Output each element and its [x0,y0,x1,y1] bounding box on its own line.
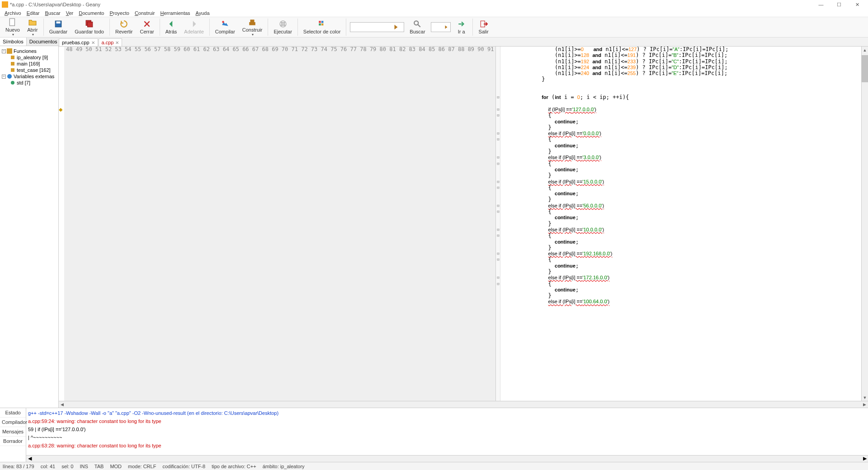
tree-fn-item[interactable]: main [169] [1,61,57,67]
svg-point-11 [281,24,282,25]
app-icon [2,1,8,8]
svg-point-8 [280,21,286,27]
close-button[interactable]: ✕ [848,0,866,9]
close-tab-icon[interactable]: ✕ [91,40,95,45]
run-button[interactable]: Ejecutar [270,19,295,35]
compiler-line[interactable]: a.cpp:63:28: warning: character constant… [28,442,866,450]
toolbar: Nuevo▾ Abrir▾ Guardar Guardar todo Rever… [0,17,868,38]
menu-buscar[interactable]: Buscar [42,10,63,16]
search-field[interactable] [350,22,404,32]
menu-ver[interactable]: Ver [63,10,76,16]
new-label: Nuevo [5,27,20,33]
code-editor[interactable]: (n1[i]>=0 and n1[i]<=127) ? IPc[i]="A":I… [500,47,861,401]
compile-button[interactable]: Compilar [212,19,239,35]
revert-label: Revertir [115,29,133,34]
title-bar: *a.cpp - C:\Users\apvar\Desktop - Geany … [0,0,868,9]
sidebar-tab-documents[interactable]: Documentos [27,38,61,46]
sidebar-tab-symbols[interactable]: Símbolos [0,38,27,46]
maximize-button[interactable]: ☐ [830,0,848,9]
bottom-tab-borrador[interactable]: Borrador [0,437,26,446]
close-file-label: Cerrar [140,29,154,34]
status-encoding: codificación: UTF-8 [162,464,205,469]
bottom-panel: EstadoCompiladorMensajesBorrador g++ -st… [0,408,868,462]
goto-input[interactable] [433,24,444,30]
compiler-line[interactable]: 59 | if (IPs[i] =='127.0.0.0') [28,425,866,433]
build-button[interactable]: Construir▾ [239,17,266,38]
save-all-button[interactable]: Guardar todo [71,19,108,35]
compiler-line[interactable]: a.cpp:59:24: warning: character constant… [28,417,866,425]
status-ins: INS [80,464,88,469]
editor-tab[interactable]: pruebas.cpp✕ [59,38,98,46]
status-line: línea: 83 / 179 [3,464,34,469]
search-button[interactable]: Buscar [406,19,429,35]
status-sel: sel: 0 [61,464,73,469]
editor-tab[interactable]: a.cpp✕ [99,38,123,46]
menu-editar[interactable]: Editar [24,10,42,16]
tree-var-item[interactable]: std [7] [1,80,57,86]
status-col: col: 41 [41,464,55,469]
exit-button[interactable]: Salir [475,19,493,35]
compiler-line[interactable]: g++ -std=c++17 -Wshadow -Wall -o "a" "a.… [28,409,866,417]
menu-construir[interactable]: Construir [132,10,158,16]
status-mod: MOD [110,464,122,469]
svg-point-21 [11,81,14,85]
tree-fn-item[interactable]: test_case [162] [1,67,57,73]
symbol-tree[interactable]: −Funciones ip_aleatory [9]main [169]test… [0,46,58,408]
menu-archivo[interactable]: Archivo [2,10,24,16]
minimize-button[interactable]: — [812,0,830,9]
revert-button[interactable]: Revertir [112,19,137,35]
tree-variables[interactable]: −Variables externas [1,73,57,80]
menu-herramientas[interactable]: Herramientas [158,10,193,16]
close-tab-icon[interactable]: ✕ [115,40,119,45]
horizontal-scrollbar[interactable]: ◀▶ [59,401,868,408]
exit-label: Salir [479,29,489,34]
open-button[interactable]: Abrir▾ [24,17,42,38]
svg-rect-15 [319,24,321,26]
bottom-scrollbar[interactable]: ◀▶ [26,455,868,462]
status-scope: ámbito: ip_aleatory [263,464,305,469]
goto-field[interactable] [431,22,451,32]
forward-label: Adelante [184,29,203,34]
save-all-label: Guardar todo [75,29,104,34]
bottom-tab-estado[interactable]: Estado [0,408,26,418]
tree-fn-item[interactable]: ip_aleatory [9] [1,54,57,61]
back-button[interactable]: Atrás [162,19,181,35]
sidebar: Símbolos Documentos −Funciones ip_aleato… [0,38,59,408]
svg-rect-14 [321,21,324,23]
svg-point-9 [281,23,282,24]
svg-point-20 [7,74,12,79]
menu-documento[interactable]: Documento [76,10,107,16]
bottom-tab-compilador[interactable]: Compilador [0,418,26,427]
menu-ayuda[interactable]: Ayuda [193,10,212,16]
svg-rect-6 [249,22,255,25]
status-filetype: tipo de archivo: C++ [212,464,256,469]
window-title: *a.cpp - C:\Users\apvar\Desktop - Geany [10,2,100,7]
run-label: Ejecutar [274,29,292,34]
color-selector-label: Selector de color [303,29,341,34]
svg-rect-0 [9,19,14,26]
tree-functions[interactable]: −Funciones [1,48,57,54]
close-file-button[interactable]: Cerrar [137,19,158,35]
fold-margin[interactable]: ⊟⊟⊟⊟⊟⊟⊟⊟⊟⊟⊟⊟⊟⊟⊟⊟⊟ [496,47,500,401]
status-bar: línea: 83 / 179 col: 41 sel: 0 INS TAB M… [0,462,868,470]
line-gutter: 48 49 50 51 52 53 54 55 56 57 58 59 60 6… [64,47,496,401]
build-label: Construir [242,27,263,33]
new-button[interactable]: Nuevo▾ [2,17,24,38]
forward-button[interactable]: Adelante [180,19,207,35]
compiler-line[interactable]: | ^~~~~~~~~~~ [28,433,866,442]
save-button[interactable]: Guardar [46,19,71,35]
svg-point-17 [415,21,419,25]
goto-button[interactable]: Ir a [453,19,471,35]
search-field-icon [393,24,399,30]
menu-proyecto[interactable]: Proyecto [107,10,132,16]
color-selector-button[interactable]: Selector de color [300,19,344,35]
status-mode: mode: CRLF [128,464,156,469]
compiler-output[interactable]: g++ -std=c++17 -Wshadow -Wall -o "a" "a.… [26,408,868,455]
vertical-scrollbar[interactable]: ▲▼ [861,47,868,401]
back-label: Atrás [165,29,177,34]
bottom-tab-mensajes[interactable]: Mensajes [0,427,26,437]
search-input[interactable] [352,24,393,30]
goto-field-icon [444,24,448,30]
marker-margin: ◆ [59,47,64,401]
svg-rect-16 [321,24,324,26]
